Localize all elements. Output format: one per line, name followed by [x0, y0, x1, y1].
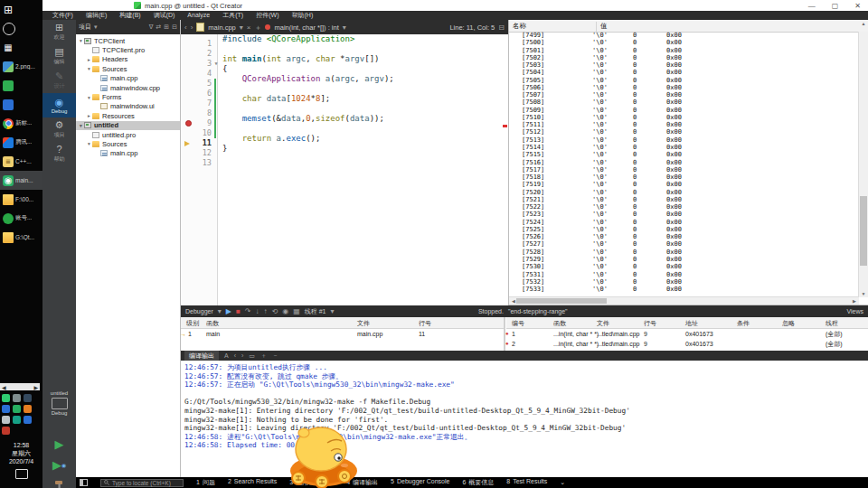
scrollbar-thumb[interactable] — [516, 298, 607, 304]
tray-icon[interactable] — [13, 416, 21, 424]
gutter-line[interactable]: 3▼ — [181, 59, 217, 69]
mode-编辑[interactable]: ▤编辑 — [42, 44, 76, 69]
tree-item-Sources[interactable]: ▾Sources — [76, 64, 180, 73]
menu-item[interactable]: 控件(W) — [250, 11, 284, 20]
locals-row[interactable]: [7523]'\0'00x00 — [509, 211, 859, 218]
scroll-right-icon[interactable]: ▶ — [33, 384, 38, 390]
code-line[interactable] — [222, 124, 508, 134]
gutter-line[interactable]: 7 — [181, 99, 217, 108]
debugger-label[interactable]: Debugger — [185, 308, 213, 314]
code-line[interactable]: #include <QCoreApplication> — [222, 34, 508, 44]
mode-设计[interactable]: ✎设计 — [42, 69, 76, 93]
gutter-line[interactable]: 10 — [181, 128, 217, 138]
chevron-down-icon[interactable]: ▾ — [218, 305, 222, 317]
locals-row[interactable]: [7533]'\0'00x00 — [509, 286, 859, 293]
tree-item-Sources[interactable]: ▾Sources — [76, 139, 180, 148]
tree-expander-icon[interactable]: ▸ — [86, 57, 92, 62]
editor-tab-label[interactable]: main.cpp — [208, 23, 235, 32]
locals-row[interactable]: [7511]'\0'00x00 — [509, 121, 859, 128]
next-item-icon[interactable]: › — [241, 352, 243, 359]
tree-item-maincpp[interactable]: main.cpp — [76, 74, 180, 83]
locals-row[interactable]: [7516]'\0'00x00 — [509, 159, 859, 166]
menu-item[interactable]: 工具(T) — [217, 11, 249, 20]
tree-item-mainwindowui[interactable]: mainwindow.ui — [76, 102, 180, 111]
locals-row[interactable]: [7502]'\0'00x00 — [509, 54, 859, 61]
debug-run-button[interactable]: ▶◉ — [42, 455, 76, 474]
stack-view[interactable]: 级别函数文件行号 →1mainmain.cpp11 — [181, 317, 505, 351]
tree-expander-icon[interactable]: ▾ — [78, 38, 84, 43]
locator-input[interactable]: Type to locate (Ctrl+K) — [100, 479, 184, 487]
tray-icon[interactable] — [2, 405, 10, 413]
menu-item[interactable]: 文件(F) — [47, 11, 79, 20]
tree-item-untitled[interactable]: ▾untitled — [76, 121, 180, 130]
code-line[interactable] — [222, 104, 508, 114]
locals-row[interactable]: [7500]'\0'00x00 — [509, 39, 859, 46]
sync-icon[interactable]: ⇄ — [156, 23, 161, 31]
instruction-icon[interactable]: ◉ — [282, 305, 288, 317]
code-line[interactable]: { — [222, 64, 508, 74]
locals-row[interactable]: [7514]'\0'00x00 — [509, 144, 859, 151]
scroll-left-icon[interactable]: ◀ — [2, 384, 6, 390]
taskbar-item[interactable] — [0, 19, 42, 38]
locals-row[interactable]: [7517]'\0'00x00 — [509, 166, 859, 174]
locals-row[interactable]: [7521]'\0'00x00 — [509, 196, 859, 203]
tray-icon[interactable] — [24, 416, 32, 424]
tab-dropdown-icon[interactable]: ▾ — [240, 23, 243, 32]
locals-row[interactable]: [7529]'\0'00x00 — [509, 256, 859, 263]
code-line[interactable] — [222, 44, 508, 54]
mode-项目[interactable]: ⚙项目 — [42, 117, 76, 142]
locals-row[interactable]: [7520]'\0'00x00 — [509, 189, 859, 196]
tray-icon[interactable] — [24, 405, 32, 413]
function-dropdown-icon[interactable]: ▾ — [343, 23, 346, 32]
locals-vertical-scrollbar[interactable]: ▼ — [858, 32, 868, 297]
locals-row[interactable]: [7508]'\0'00x00 — [509, 99, 859, 106]
taskbar-item[interactable]: ▦ — [0, 38, 42, 57]
tray-icon[interactable] — [2, 427, 10, 435]
tree-expander-icon[interactable]: ▾ — [86, 141, 92, 146]
locals-row[interactable]: [7519]'\0'00x00 — [509, 181, 859, 188]
stop-icon[interactable]: ▭ — [249, 352, 255, 360]
run-button[interactable]: ▶ — [42, 434, 76, 454]
locals-row[interactable]: [7507]'\0'00x00 — [509, 91, 859, 99]
sidebar-toggle-icon[interactable] — [80, 479, 88, 486]
tree-item-TCPClient[interactable]: ▾TCPClient — [76, 36, 180, 45]
gutter-line[interactable]: 9 — [181, 118, 217, 128]
tree-expander-icon[interactable]: ▸ — [86, 113, 92, 118]
locals-value-header[interactable]: 值 — [596, 22, 608, 32]
locals-row[interactable]: [7510]'\0'00x00 — [509, 114, 859, 121]
gutter-line[interactable]: 11 — [181, 138, 217, 148]
tab-close-icon[interactable]: × — [247, 23, 251, 32]
locals-row[interactable]: [7504]'\0'00x00 — [509, 69, 859, 76]
breakpoint-row[interactable]: ●2...in(int, char * *)...tled\main.cpp90… — [506, 339, 868, 349]
code-line[interactable]: return a.exec(); — [222, 134, 508, 144]
tray-icon[interactable] — [2, 416, 10, 424]
tree-expander-icon[interactable]: ▾ — [86, 95, 92, 100]
gutter-line[interactable]: 5 — [181, 79, 217, 89]
taskbar-item[interactable]: ≣C++... — [0, 152, 42, 171]
code-line[interactable]: } — [222, 144, 508, 154]
locals-name-header[interactable]: 名称 — [513, 22, 526, 31]
tray-icon[interactable] — [13, 394, 21, 402]
views-menu[interactable]: Views — [846, 308, 863, 314]
scroll-right-icon[interactable]: ▶ — [850, 297, 859, 305]
close-button[interactable]: ✕ — [854, 2, 861, 10]
gutter-line[interactable]: 2 — [181, 49, 217, 59]
breakpoints-view[interactable]: 编号函数文件行号地址条件忽略线程 ●1...in(int, char * *).… — [506, 317, 868, 351]
locals-row[interactable]: [7526]'\0'00x00 — [509, 233, 859, 240]
split-editor-icon[interactable]: ⊟ — [498, 23, 505, 32]
chevron-down-icon[interactable]: ▾ — [330, 305, 334, 317]
taskbar-scrollbar[interactable]: ◀▶ — [0, 383, 40, 390]
scroll-up-icon[interactable]: ▲ — [859, 20, 868, 27]
step-into-icon[interactable]: ↓ — [255, 305, 259, 317]
locals-row[interactable]: [7530]'\0'00x00 — [509, 263, 859, 270]
breakpoint-row[interactable]: ●1...in(int, char * *)...tled\main.cpp90… — [506, 329, 868, 339]
thread-selector[interactable]: 线程 #1 — [305, 307, 326, 316]
gutter-line[interactable]: 6 — [181, 89, 217, 99]
taskbar-clock[interactable]: 12:58 星期六 2020/7/4 — [0, 441, 42, 465]
locals-row[interactable]: [7512]'\0'00x00 — [509, 128, 859, 136]
output-panes-chevron-icon[interactable]: ⌄ — [560, 479, 565, 486]
stack-row[interactable]: →1mainmain.cpp11 — [181, 329, 504, 339]
code-line[interactable]: int main(int argc, char *argv[]) — [222, 54, 508, 64]
step-out-icon[interactable]: ↑ — [263, 305, 267, 317]
tree-item-Forms[interactable]: ▾Forms — [76, 92, 180, 101]
